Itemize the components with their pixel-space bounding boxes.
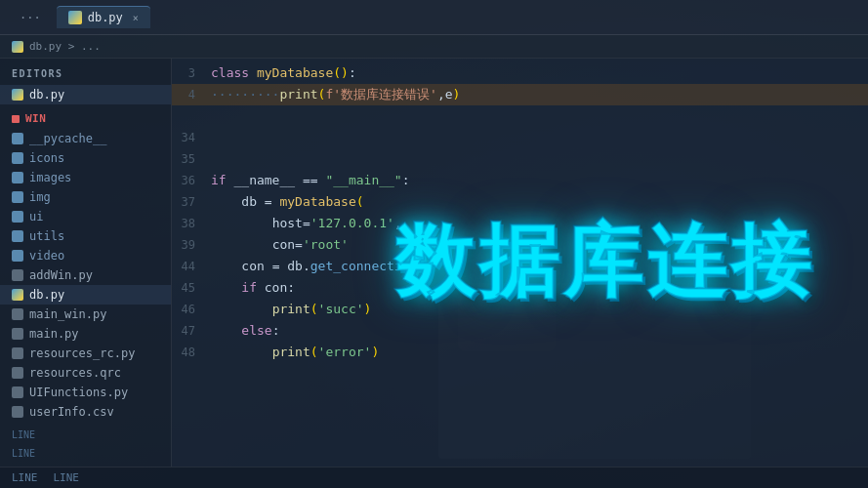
- line-num-44: 44: [172, 256, 211, 277]
- line-content-34: [211, 127, 868, 148]
- line-content-47: else:: [211, 320, 868, 342]
- file-icon-userinfo: [12, 406, 23, 418]
- code-line-3: 3 class myDatabase():: [172, 62, 868, 84]
- file-icon-db: [12, 289, 23, 301]
- file-icon-mainwin: [12, 308, 23, 320]
- status-bar: LINE LINE: [0, 467, 868, 488]
- code-line-38: 38 host='127.0.0.1',: [172, 213, 868, 234]
- folder-label-ui: ui: [29, 210, 43, 224]
- line-content-38: host='127.0.0.1',: [211, 213, 868, 234]
- breadcrumb-path: db.py > ...: [29, 40, 101, 53]
- line-content-44: con = db.get_connection(): [211, 256, 868, 277]
- sidebar-file-uifunctions[interactable]: UIFunctions.py: [0, 383, 171, 402]
- breadcrumb-file-icon: [12, 41, 23, 53]
- file-label-addwin: addWin.py: [29, 268, 93, 282]
- folder-icon-ui: [12, 211, 23, 223]
- folder-icon-images: [12, 172, 23, 183]
- line-content-39: con='root': [211, 234, 868, 256]
- sidebar-folder-ui[interactable]: ui: [0, 207, 171, 226]
- line-content-35: [211, 148, 868, 170]
- win-section: WIN: [0, 104, 171, 129]
- folder-label-icons: icons: [29, 151, 64, 165]
- line-num-4: 4: [172, 84, 211, 105]
- line-num-46: 46: [172, 299, 211, 320]
- sidebar-file-addwin[interactable]: addWin.py: [0, 265, 171, 285]
- file-label-resources-qrc: resources.qrc: [29, 366, 121, 380]
- tab-active-dbpy[interactable]: db.py ×: [57, 6, 150, 28]
- sidebar-file-mainwin[interactable]: main_win.py: [0, 305, 171, 324]
- sidebar-editors-file[interactable]: db.py: [0, 85, 171, 104]
- status-line-bottom: LINE: [0, 424, 171, 446]
- sidebar-folder-utils[interactable]: utils: [0, 226, 171, 246]
- folder-icon-img: [12, 191, 23, 203]
- code-line-35: 35: [172, 148, 868, 170]
- line-num-48: 48: [172, 342, 211, 363]
- tab-close-button[interactable]: ×: [133, 13, 139, 23]
- folder-label-images: images: [29, 171, 71, 184]
- folder-icon-utils: [12, 230, 23, 242]
- sidebar-file-db[interactable]: db.py: [0, 285, 171, 305]
- folder-icon-icons: [12, 152, 23, 164]
- line-content-46: print('succ'): [211, 299, 868, 320]
- code-line-46: 46 print('succ'): [172, 299, 868, 320]
- code-line-45: 45 if con:: [172, 277, 868, 299]
- folder-icon-pycache: [12, 133, 23, 144]
- line-content-45: if con:: [211, 277, 868, 299]
- code-line-37: 37 db = myDatabase(: [172, 191, 868, 213]
- line-content-3: class myDatabase():: [211, 62, 868, 84]
- main-area: EDITORS db.py WIN __pycache__ icons imag…: [0, 59, 868, 467]
- python-file-icon: [68, 11, 82, 24]
- code-line-empty1: [172, 105, 868, 127]
- sidebar-folder-pycache[interactable]: __pycache__: [0, 129, 171, 148]
- code-line-36: 36 if __name__ == "__main__":: [172, 170, 868, 191]
- file-label-db: db.py: [29, 288, 64, 302]
- line-num-34: 34: [172, 127, 211, 148]
- code-line-39: 39 con='root': [172, 234, 868, 256]
- file-icon-uifunctions: [12, 386, 23, 398]
- file-icon-resources-qrc: [12, 367, 23, 379]
- sidebar-folder-icons[interactable]: icons: [0, 148, 171, 168]
- line-num-35: 35: [172, 148, 211, 170]
- win-label: WIN: [25, 112, 46, 125]
- win-indicator-icon: [12, 115, 20, 123]
- line-num-45: 45: [172, 277, 211, 299]
- sidebar-file-main[interactable]: main.py: [0, 324, 171, 344]
- tab-bar: ··· db.py ×: [0, 0, 868, 35]
- code-lines-container: 3 class myDatabase(): 4 ·········print(f…: [172, 59, 868, 367]
- folder-icon-video: [12, 250, 23, 262]
- editors-section-header: EDITORS: [0, 59, 171, 85]
- file-label-main: main.py: [29, 327, 79, 341]
- folder-label-img: img: [29, 190, 51, 204]
- sidebar-folder-img[interactable]: img: [0, 187, 171, 207]
- sidebar-file-userinfo[interactable]: userInfo.csv: [0, 402, 171, 422]
- line-content-4: ·········print(f'数据库连接错误',e): [211, 84, 868, 105]
- line-num-37: 37: [172, 191, 211, 213]
- status-line-bottom2: LINE: [0, 446, 171, 467]
- folder-label-video: video: [29, 249, 64, 263]
- code-line-44: 44 con = db.get_connection(): [172, 256, 868, 277]
- line-num-3: 3: [172, 62, 211, 84]
- code-line-48: 48 print('error'): [172, 342, 868, 363]
- tab-inactive-dots[interactable]: ···: [8, 7, 53, 28]
- file-icon-main: [12, 328, 23, 340]
- code-line-34: 34: [172, 127, 868, 148]
- line-num-36: 36: [172, 170, 211, 191]
- line-num-39: 39: [172, 234, 211, 256]
- folder-label-utils: utils: [29, 229, 64, 243]
- tab-filename: db.py: [88, 11, 123, 24]
- sidebar-folder-images[interactable]: images: [0, 168, 171, 187]
- line-content-36: if __name__ == "__main__":: [211, 170, 868, 191]
- file-label-uifunctions: UIFunctions.py: [29, 386, 128, 399]
- tab-dots-label: ···: [20, 11, 41, 24]
- code-editor[interactable]: 3 class myDatabase(): 4 ·········print(f…: [172, 59, 868, 467]
- line-content-empty1: [211, 105, 868, 127]
- editors-filename: db.py: [29, 88, 64, 102]
- sidebar-file-resources-rc[interactable]: resources_rc.py: [0, 344, 171, 363]
- file-label-resources-rc: resources_rc.py: [29, 346, 135, 360]
- status-item-2: LINE: [54, 471, 80, 484]
- sidebar-file-resources-qrc[interactable]: resources.qrc: [0, 363, 171, 383]
- sidebar: EDITORS db.py WIN __pycache__ icons imag…: [0, 59, 172, 467]
- status-item-1: LINE: [12, 471, 38, 484]
- sidebar-folder-video[interactable]: video: [0, 246, 171, 265]
- line-content-37: db = myDatabase(: [211, 191, 868, 213]
